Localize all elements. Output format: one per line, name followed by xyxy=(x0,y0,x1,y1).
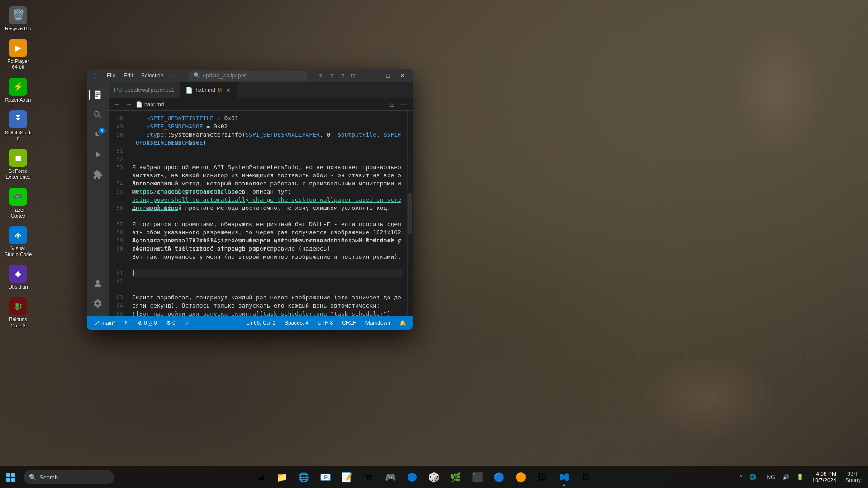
taskbar-game1[interactable]: 🎮 xyxy=(380,467,400,487)
source-control-icon[interactable]: 3 xyxy=(89,126,107,144)
tab-ps1-label: updatewallpaper.ps1 xyxy=(124,87,174,93)
settings-icon[interactable] xyxy=(89,294,107,313)
taskbar-steam[interactable]: 🎲 xyxy=(424,467,444,487)
layout-btn-4[interactable]: ⊞ xyxy=(348,71,358,80)
taskbar-search-text: Search xyxy=(39,474,58,481)
window-controls: ─ □ ✕ xyxy=(367,71,409,80)
extensions-icon[interactable] xyxy=(89,166,107,184)
taskbar-terminal[interactable]: ⬛ xyxy=(467,467,487,487)
tray-chevron[interactable]: ^ xyxy=(738,473,744,481)
menu-selection[interactable]: Selection xyxy=(138,71,167,80)
status-position[interactable]: Ln 66, Col 1 xyxy=(243,319,278,327)
status-spaces[interactable]: Spaces: 4 xyxy=(282,319,311,327)
taskbar-app-blue[interactable] xyxy=(402,467,422,487)
taskbar-app-orange[interactable]: 🟠 xyxy=(511,467,531,487)
run-debug-icon[interactable] xyxy=(89,146,107,164)
desktop: 🗑️ Recycle Bin ▶ PotPlayer 64 bit ⚡ Raze… xyxy=(0,0,868,488)
status-run[interactable]: ▷ xyxy=(182,319,191,327)
start-button[interactable] xyxy=(0,466,22,488)
activity-bar-bottom xyxy=(89,275,107,313)
taskbar-gallery[interactable]: 🖼 xyxy=(532,467,552,487)
menu-more[interactable]: ... xyxy=(168,71,180,80)
code-line-52 xyxy=(132,155,402,163)
code-line-69: Скрипт заработал, генерируя каждый раз н… xyxy=(132,294,402,302)
nav-back-button[interactable]: ← xyxy=(112,99,122,109)
status-bar: ⎇ main* ↻ ⊘ 0 △ 0 ⚙ 0 ▷ Ln 66, Col 1 Spa… xyxy=(87,316,413,330)
explorer-icon[interactable] xyxy=(89,86,107,104)
system-tray: ^ 🌐 ENG 🔊 🔋 4:08 PM 10/7/2024 93°F Sunny xyxy=(732,466,868,488)
status-notifications[interactable]: 🔔 xyxy=(397,319,409,327)
close-button[interactable]: ✕ xyxy=(396,71,409,80)
status-language[interactable]: Markdown xyxy=(363,319,393,327)
search-activity-icon[interactable] xyxy=(89,106,107,124)
layout-btn-2[interactable]: ⊟ xyxy=(327,71,337,80)
tray-lang[interactable]: ENG xyxy=(762,473,777,481)
split-editor-button[interactable]: ⊡ xyxy=(387,99,397,109)
vscode-titlebar: ⋮ File Edit Selection ... 🔍 update_wallp… xyxy=(87,69,413,82)
minimize-button[interactable]: ─ xyxy=(367,71,380,80)
taskbar-store[interactable]: 🛍 xyxy=(359,467,379,487)
minimap-thumb[interactable] xyxy=(408,193,412,234)
tray-battery[interactable]: 🔋 xyxy=(795,473,805,481)
layout-btn-1[interactable]: ⊞ xyxy=(316,71,326,80)
clock-date: 10/7/2024 xyxy=(812,477,836,483)
taskbar-outlook[interactable]: 📧 xyxy=(315,467,335,487)
account-icon[interactable] xyxy=(89,275,107,293)
sqlitestudio-icon[interactable]: 🗄 SQLiteStudio xyxy=(2,109,34,143)
taskbar-apps: 🌤 📁 🌐 📧 📝 🛍 🎮 🎲 🌿 ⬛ 🔵 🟠 🖼 ⚙ xyxy=(114,467,732,487)
system-clock[interactable]: 4:08 PM 10/7/2024 xyxy=(809,470,840,484)
tab-md[interactable]: 📄 habr.md M ✕ xyxy=(180,82,237,98)
code-line-50b: $SPIF_SENDCHANGE) xyxy=(132,139,402,147)
baldurs-gate-icon[interactable]: 🐉 Baldur's Gate 3 xyxy=(2,295,34,330)
tray-network[interactable]: 🌐 xyxy=(748,473,758,481)
taskbar-file-explorer[interactable]: 📁 xyxy=(272,467,292,487)
tab-md-modified: M xyxy=(218,88,222,93)
visual-studio-code-icon[interactable]: ◈ Visual Studio Code xyxy=(2,224,34,259)
tray-weather[interactable]: 93°F Sunny xyxy=(844,470,863,484)
status-sync[interactable]: ↻ xyxy=(122,319,132,327)
razer-axon-icon[interactable]: ⚡ Razer Axon xyxy=(2,76,34,105)
windows-logo-icon xyxy=(6,473,15,482)
code-line-48: $SPIF_UPDATEINIFILE = 0×01 xyxy=(132,114,402,123)
more-actions-button[interactable]: ⋯ xyxy=(399,99,409,109)
layout-btn-3[interactable]: ⊡ xyxy=(337,71,347,80)
menu-file[interactable]: File xyxy=(103,71,119,80)
taskbar-app-green[interactable]: 🌿 xyxy=(446,467,465,487)
taskbar-widgets[interactable]: 🌤 xyxy=(250,467,270,487)
geforce-icon[interactable]: ◼ GeForce Experience xyxy=(2,147,34,182)
taskbar-app-dark[interactable]: 🔵 xyxy=(489,467,509,487)
svg-point-0 xyxy=(408,473,417,482)
code-line-71: ![Вот настройки для запуска скрипта](tas… xyxy=(132,310,402,316)
vscode-window: ⋮ File Edit Selection ... 🔍 update_wallp… xyxy=(87,69,413,330)
recycle-bin-icon[interactable]: 🗑️ Recycle Bin xyxy=(2,5,34,33)
tab-md-icon: 📄 xyxy=(185,87,193,94)
nav-forward-button[interactable]: → xyxy=(124,99,134,109)
editor-text-area[interactable]: $SPIF_UPDATEINIFILE = 0×01 $SPIF_SENDCHA… xyxy=(127,111,407,316)
breadcrumb-filename: habr.md xyxy=(144,101,164,108)
maximize-button[interactable]: □ xyxy=(382,71,394,80)
taskbar-edge[interactable]: 🌐 xyxy=(294,467,313,487)
tab-ps1[interactable]: PS updatewallpaper.ps1 xyxy=(109,82,180,98)
tab-md-label: habr.md xyxy=(195,87,215,93)
taskbar-search-bar[interactable]: 🔍 Search xyxy=(24,470,114,484)
taskbar-vscode[interactable] xyxy=(554,467,574,487)
status-tasks[interactable]: ⚙ 0 xyxy=(163,319,178,327)
status-line-ending[interactable]: CRLF xyxy=(339,319,359,327)
desktop-icons: 🗑️ Recycle Bin ▶ PotPlayer 64 bit ⚡ Raze… xyxy=(0,0,36,335)
potplayer-icon[interactable]: ▶ PotPlayer 64 bit xyxy=(2,37,34,72)
razer-cortex-icon[interactable]: 🎮 Razer Cortex xyxy=(2,186,34,221)
vscode-search-bar[interactable]: 🔍 update_wallpaper xyxy=(189,71,307,81)
status-branch[interactable]: ⎇ main* xyxy=(90,319,118,327)
minimap[interactable] xyxy=(407,111,413,316)
weather-temp: 93°F xyxy=(847,471,859,477)
taskbar-notepad[interactable]: 📝 xyxy=(337,467,357,487)
menu-edit[interactable]: Edit xyxy=(120,71,137,80)
editor-area: PS updatewallpaper.ps1 📄 habr.md M ✕ ← →… xyxy=(109,82,413,316)
tray-volume[interactable]: 🔊 xyxy=(781,473,791,481)
status-encoding[interactable]: UTF-8 xyxy=(315,319,336,327)
obsidian-icon[interactable]: ◆ Obsidian xyxy=(2,263,34,292)
status-errors[interactable]: ⊘ 0 △ 0 xyxy=(135,319,160,327)
tab-md-close[interactable]: ✕ xyxy=(224,86,232,94)
taskbar-settings-app[interactable]: ⚙ xyxy=(576,467,596,487)
code-line-50: $type::SystemParametersInfo($SPI_SETDESK… xyxy=(132,131,402,139)
